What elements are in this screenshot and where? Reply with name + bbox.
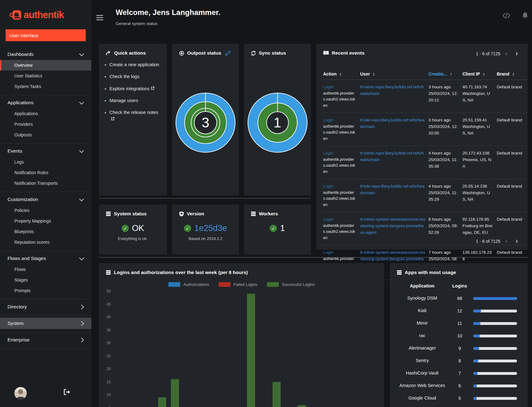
sidebar-group-system[interactable]: System [0, 318, 91, 329]
pagination-prev-icon[interactable]: ‹ [502, 50, 511, 57]
hamburger-menu-icon[interactable] [96, 15, 103, 21]
event-user-link[interactable]: tf-mimir-system:serviceaccount:monitorin… [360, 217, 425, 235]
app-usage-progress-fill [473, 347, 479, 350]
y-axis-tick-label: 40 [101, 315, 111, 319]
app-name: Alertmanager [394, 345, 450, 351]
outpost-link-icon[interactable] [225, 51, 230, 56]
sort-icon[interactable]: ↕ [512, 71, 514, 76]
sidebar-item-overview[interactable]: Overview [0, 60, 91, 71]
sidebar-item-blueprints[interactable]: Blueprints [0, 226, 91, 237]
app-usage-progress-bar [473, 385, 517, 387]
quick-action-link[interactable]: Check the release notes [109, 109, 161, 123]
column-header-user[interactable]: User↕ [360, 71, 428, 76]
event-row[interactable]: Loginauthentik.providers.oauth2.views.to… [323, 146, 528, 179]
sidebar-item-stages[interactable]: Stages [0, 275, 91, 285]
sidebar-item-applications[interactable]: Applications [0, 108, 91, 119]
chevron-right-icon [79, 337, 84, 342]
quick-action-link[interactable]: Create a new application [109, 61, 161, 68]
app-usage-progress-fill [473, 335, 480, 337]
event-action-link[interactable]: Login [323, 117, 357, 124]
sidebar-item-reputation-scores[interactable]: Reputation scores [0, 237, 91, 248]
column-header-action[interactable]: Action↕ [323, 71, 360, 76]
sidebar-group-customization[interactable]: Customization [0, 194, 91, 205]
sidebar-group-label: Flows and Stages [7, 256, 46, 261]
event-action-link[interactable]: Login [323, 249, 357, 256]
sidebar-item-outposts[interactable]: Outposts [0, 130, 91, 140]
chart-bar [171, 379, 179, 407]
event-action-link[interactable]: Login [323, 216, 357, 223]
api-code-icon[interactable] [502, 12, 511, 21]
quick-actions-card: Quick actions Create a new applicationCh… [99, 44, 167, 195]
chevron-down-icon [79, 196, 84, 201]
chevron-down-icon [79, 255, 84, 260]
sidebar-item-property-mappings[interactable]: Property Mappings [0, 216, 91, 226]
outpost-count: 3 [194, 111, 217, 134]
event-action-link[interactable]: Login [323, 183, 357, 190]
sidebar-group-label: Dashboards [7, 51, 34, 57]
event-user-link[interactable]: tf-loki-repo:BeryJu/k8s:ref:refs/heads/m… [360, 184, 424, 195]
pagination-next-icon[interactable]: › [512, 50, 521, 57]
app-usage-row: Amazon Web Services6 [394, 380, 528, 392]
sidebar-item-notification-transports[interactable]: Notification Transports [0, 178, 91, 189]
event-user-link[interactable]: tf-loki-repo:BeryJu/k8s:ref:refs/heads/m… [360, 118, 424, 129]
sidebar-item-providers[interactable]: Providers [0, 119, 91, 130]
sidebar-group-events[interactable]: Events [0, 145, 91, 157]
column-header-creatio-[interactable]: Creatio...↑ [428, 71, 462, 76]
bell-icon[interactable] [522, 12, 529, 21]
sidebar-item-user-statistics[interactable]: User Statistics [0, 71, 91, 81]
sidebar-item-policies[interactable]: Policies [0, 205, 91, 216]
avatar[interactable] [14, 387, 27, 400]
column-header-client-ip[interactable]: Client IP↕ [462, 71, 497, 76]
sidebar-group-applications[interactable]: Applications [0, 97, 91, 108]
event-timestamp: 25/03/2024, 09:52:28 [428, 223, 459, 236]
sort-icon[interactable]: ↕ [340, 71, 342, 76]
server-icon [397, 270, 402, 275]
sidebar-item-logs[interactable]: Logs [0, 157, 91, 167]
user-interface-button[interactable]: User interface [6, 29, 86, 41]
recent-events-title: Recent events [332, 50, 365, 56]
recent-events-card: Recent events 1 - 6 of 7125 ‹ › Action↕U… [316, 44, 528, 250]
quick-action-link[interactable]: Manage users [109, 97, 161, 104]
event-created-cell: 3 hours ago25/03/2024, 12:20:05 [428, 117, 462, 142]
divider [99, 198, 311, 199]
sidebar-group-directory[interactable]: Directory [0, 301, 91, 312]
sort-ascending-icon[interactable]: ↑ [450, 71, 452, 76]
apps-usage-card: Apps with most usage Application Logins … [390, 263, 528, 407]
column-header-brand[interactable]: Brand↕ [497, 71, 528, 76]
system-status-card: System status ✓OK Everything is ok. [99, 204, 167, 254]
event-row[interactable]: Loginauthentik.providers.oauth2.views.to… [323, 179, 528, 212]
event-ip: 40.71.163.74 [462, 84, 494, 91]
quick-action-label: Create a new application [109, 62, 159, 67]
event-action-link[interactable]: Login [323, 84, 357, 91]
sidebar-group-dashboards[interactable]: Dashboards [0, 49, 91, 60]
sidebar-item-prompts[interactable]: Prompts [0, 285, 91, 296]
sign-out-icon[interactable] [63, 389, 70, 396]
sidebar: authentik User interface DashboardsOverv… [0, 0, 91, 407]
quick-action-link[interactable]: Explore integrations [109, 85, 161, 92]
sort-icon[interactable]: ↕ [373, 71, 375, 76]
quick-action-link[interactable]: Check the logs [109, 73, 161, 80]
sidebar-item-flows[interactable]: Flows [0, 264, 91, 275]
event-relative-time: 7 hours ago [428, 249, 459, 256]
sidebar-item-notification-rules[interactable]: Notification Rules [0, 167, 91, 178]
y-axis-tick-label: 30 [101, 341, 111, 345]
version-card: Version ✓1e25d3e Based on 2024.2.2 [172, 204, 239, 254]
pagination-prev-icon[interactable]: ‹ [502, 238, 511, 245]
event-timestamp: 25/03/2024, 11:35:29 [428, 190, 459, 203]
event-action-link[interactable]: Login [323, 150, 357, 157]
sidebar-group-flows-and-stages[interactable]: Flows and Stages [0, 253, 91, 264]
apps-col-application: Application [394, 283, 450, 288]
workers-value: 1 [280, 223, 285, 233]
event-row[interactable]: Loginauthentik.providers.oauth2.views.to… [323, 113, 528, 146]
version-value-link[interactable]: 1e25d3e [194, 223, 227, 233]
event-user-link[interactable]: tf-mimir-repo:BeryJu/k8s:ref:refs/heads/… [360, 151, 424, 162]
sidebar-group-enterprise[interactable]: Enterprise [0, 334, 91, 346]
event-action-context: authentik.providers.oauth2.views.token [323, 190, 357, 208]
event-user-link[interactable]: tf-mimir-repo:BeryJu/k8s:ref:refs/heads/… [360, 85, 424, 96]
sort-icon[interactable]: ↕ [483, 71, 485, 76]
pagination-next-icon[interactable]: › [512, 238, 521, 245]
event-row[interactable]: Loginauthentik.providers.oauth2.views.to… [323, 80, 528, 113]
quick-action-label: Manage users [109, 98, 138, 103]
app-usage-row: Alertmanager9 [394, 342, 528, 355]
sidebar-item-system-tasks[interactable]: System Tasks [0, 81, 91, 92]
